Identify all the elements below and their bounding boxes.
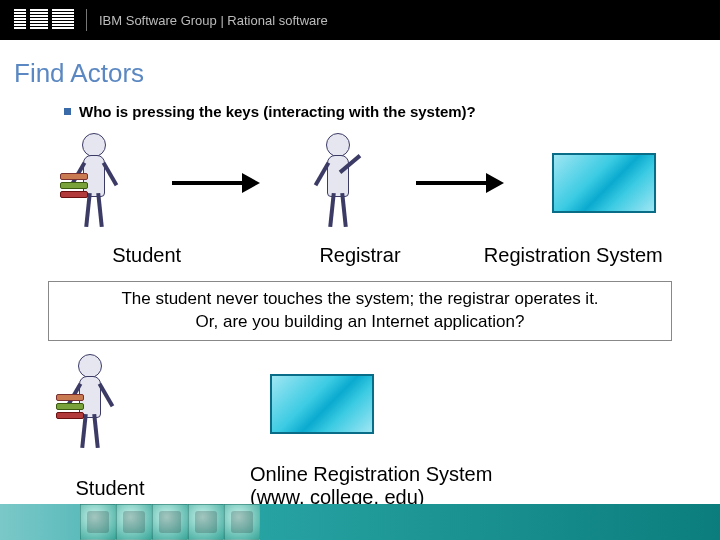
footer-tile-icon [80,504,116,540]
labels-row-1: Student Registrar Registration System [40,238,680,267]
person-icon [60,354,120,454]
actor-student-2 [60,354,120,454]
person-icon [308,133,368,233]
note-box: The student never touches the system; th… [48,281,672,341]
header-divider [86,9,87,31]
label-system-2a: Online Registration System [250,463,492,486]
bullet-icon [64,108,71,115]
label-registrar: Registrar [253,244,466,267]
ibm-logo [14,9,74,31]
footer-tile-icon [152,504,188,540]
bullet-text: Who is pressing the keys (interacting wi… [79,103,476,120]
svg-rect-6 [14,27,74,29]
svg-rect-3 [14,18,74,20]
system-group-2 [210,374,374,434]
svg-rect-1 [14,12,74,14]
header-bar: IBM Software Group | Rational software [0,0,720,40]
arrow-icon [172,173,260,193]
svg-rect-8 [48,9,52,31]
bullet-line: Who is pressing the keys (interacting wi… [64,103,720,120]
svg-rect-7 [26,9,30,31]
books-icon [56,394,84,416]
system-box-1 [552,153,656,213]
actors-row-1 [40,128,680,238]
system-icon [552,153,656,213]
actor-registrar [308,133,368,233]
header-text: IBM Software Group | Rational software [99,13,328,28]
footer-tile-icon [116,504,152,540]
label-student-2: Student [60,477,160,500]
svg-rect-2 [14,15,74,17]
svg-rect-0 [14,9,74,11]
svg-rect-4 [14,21,74,23]
person-icon [64,133,124,233]
svg-rect-5 [14,24,74,26]
label-student-1: Student [40,244,253,267]
arrow-icon [416,173,504,193]
system-icon [270,374,374,434]
footer-tile-icon [188,504,224,540]
actor-student-1 [64,133,124,233]
slide-title: Find Actors [14,58,720,89]
footer-icons [80,504,260,540]
label-system-1: Registration System [467,244,680,267]
labels-row-2: Student Online Registration System (www.… [60,463,680,509]
books-icon [60,173,88,195]
actors-row-2 [60,349,680,459]
note-line-1: The student never touches the system; th… [59,288,661,311]
note-line-2: Or, are you building an Internet applica… [59,311,661,334]
footer-tile-icon [224,504,260,540]
footer-bar [0,504,720,540]
